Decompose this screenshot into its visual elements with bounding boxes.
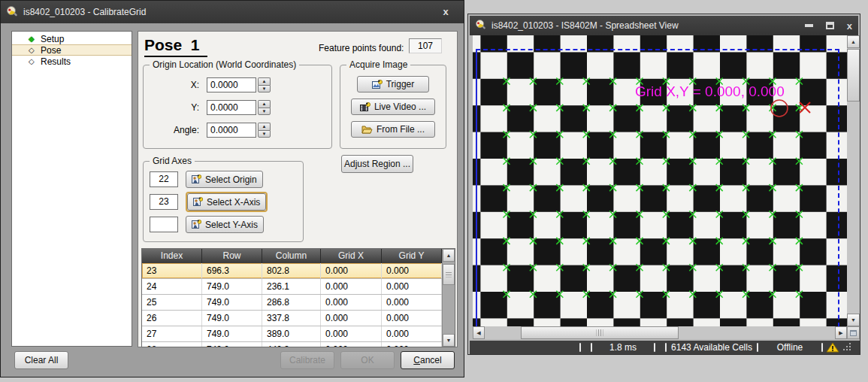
from-file-button[interactable]: From File ... — [351, 121, 435, 138]
spreadsheet-view-window: is8402_010203 - IS8402M - Spreadsheet Vi… — [467, 14, 860, 355]
minimize-icon[interactable] — [805, 24, 813, 27]
live-video-button[interactable]: Live Video ... — [351, 99, 435, 115]
scroll-up-icon[interactable]: ▲ — [847, 35, 860, 48]
table-scrollbar[interactable]: ▲ ▼ — [442, 249, 455, 347]
scrollbar-thumb[interactable] — [521, 326, 679, 339]
scroll-up-icon[interactable]: ▲ — [443, 249, 455, 262]
diamond-outline-icon: ◇ — [29, 44, 41, 56]
button-label: Adjust Region ... — [344, 159, 410, 169]
group-title: Origin Location (World Coordinates) — [150, 59, 299, 70]
x-label: X: — [144, 80, 207, 90]
scrollbar-thumb[interactable] — [847, 49, 860, 102]
spin-down-icon: ▼ — [258, 108, 271, 116]
table-cell: 0.000 — [382, 295, 442, 310]
table-row[interactable]: 24749.0236.10.0000.000 — [142, 279, 455, 295]
scrollbar-thumb[interactable] — [443, 264, 455, 285]
button-label: Clear All — [25, 355, 59, 365]
cancel-button[interactable]: Cancel — [401, 351, 455, 369]
clear-all-button[interactable]: Clear All — [14, 351, 68, 369]
table-row[interactable]: 26749.0337.80.0000.000 — [142, 311, 455, 326]
connection-status: Offline — [758, 341, 821, 354]
group-title: Grid Axes — [150, 156, 195, 166]
column-header[interactable]: Grid Y — [382, 249, 442, 263]
table-cell: 0.000 — [321, 263, 382, 278]
close-icon[interactable]: x — [437, 4, 455, 20]
insight-app-icon — [475, 19, 486, 32]
spin-up-icon: ▲ — [258, 77, 271, 85]
x-axis-index-box[interactable]: 23 — [150, 194, 178, 210]
scroll-right-icon[interactable]: ▶ — [835, 326, 847, 339]
column-header[interactable]: Index — [142, 249, 202, 263]
sidebar-item-results[interactable]: ◇ Results — [12, 56, 132, 67]
table-cell: 27 — [142, 326, 202, 341]
table-cell: 802.8 — [262, 263, 321, 278]
adjust-region-button[interactable]: Adjust Region ... — [341, 155, 413, 173]
select-y-axis-button[interactable]: Select Y-Axis — [186, 216, 264, 233]
table-cell: 0.000 — [382, 311, 442, 326]
spreadsheet-view-titlebar[interactable]: is8402_010203 - IS8402M - Spreadsheet Vi… — [470, 16, 858, 35]
resize-grip[interactable] — [842, 342, 852, 353]
checkerboard-image[interactable] — [473, 35, 847, 326]
table-cell: 0.000 — [321, 311, 382, 326]
maximize-icon[interactable] — [826, 22, 834, 29]
origin-index-box[interactable]: 22 — [150, 171, 178, 187]
calibrate-button[interactable]: Calibrate — [280, 351, 334, 369]
scroll-down-icon[interactable]: ▼ — [443, 334, 455, 347]
close-icon[interactable]: x — [847, 21, 852, 31]
sidebar-item-pose[interactable]: ◇ Pose — [12, 44, 132, 56]
calibrate-grid-titlebar[interactable]: is8402_010203 - CalibrateGrid x — [1, 1, 464, 23]
button-label: Select Origin — [205, 174, 257, 185]
button-label: Cancel — [413, 355, 441, 365]
button-label: OK — [361, 355, 374, 365]
origin-y-stepper[interactable]: ▲▼ — [258, 100, 271, 115]
table-row[interactable]: 23696.3802.80.0000.000 — [142, 263, 455, 279]
scroll-corner-button[interactable] — [847, 326, 860, 339]
origin-angle-stepper[interactable]: ▲▼ — [258, 123, 271, 138]
table-cell: 0.000 — [382, 263, 442, 278]
table-row[interactable]: 25749.0286.80.0000.000 — [142, 295, 455, 311]
column-header[interactable]: Grid X — [321, 249, 382, 263]
table-cell: 696.3 — [202, 263, 262, 278]
table-cell: 24 — [142, 279, 202, 294]
button-label: From File ... — [377, 124, 425, 135]
trigger-button[interactable]: Trigger — [357, 76, 429, 92]
camera-image-view[interactable]: Grid X,Y = 0.000, 0.000 — [473, 35, 847, 326]
status-separator — [654, 343, 655, 352]
origin-x-stepper[interactable]: ▲▼ — [258, 77, 271, 92]
table-cell: 337.8 — [262, 311, 321, 326]
origin-x-field[interactable] — [207, 77, 256, 92]
ok-button[interactable]: OK — [340, 351, 395, 369]
y-axis-index-box[interactable] — [150, 217, 178, 232]
scroll-left-icon[interactable]: ◀ — [473, 326, 485, 339]
sidebar-item-setup[interactable]: ◆ Setup — [12, 33, 132, 44]
window-title: is8402_010203 - CalibrateGrid — [23, 7, 146, 17]
vertical-scrollbar[interactable]: ▲ ▼ — [847, 35, 860, 326]
page-title: Pose 1 — [144, 36, 207, 57]
calibrate-grid-window: is8402_010203 - CalibrateGrid x ◆ Setup … — [0, 0, 464, 377]
table-header-row: Index Row Column Grid X Grid Y — [142, 249, 455, 263]
angle-label: Angle: — [144, 125, 207, 135]
button-label: Calibrate — [289, 355, 325, 365]
column-header[interactable]: Row — [202, 249, 262, 263]
table-cell: 0.000 — [321, 342, 382, 347]
select-x-axis-button[interactable]: Select X-Axis — [187, 193, 266, 211]
scroll-down-icon[interactable]: ▼ — [847, 314, 860, 326]
warning-indicator[interactable] — [823, 342, 842, 353]
diamond-filled-icon: ◆ — [29, 33, 41, 44]
horizontal-scrollbar[interactable]: ◀ ▶ — [473, 326, 847, 339]
diamond-outline-icon: ◇ — [29, 56, 41, 67]
acquire-image-group: Acquire Image Trigger Live Video ... Fro… — [340, 65, 446, 149]
column-header[interactable]: Column — [262, 249, 321, 263]
table-cell: 286.8 — [262, 295, 321, 310]
group-title: Acquire Image — [346, 59, 410, 70]
table-row[interactable]: 28749.0440.30.0000.000 — [142, 342, 455, 347]
origin-y-field[interactable] — [207, 100, 256, 115]
table-row[interactable]: 27749.0389.00.0000.000 — [142, 326, 455, 342]
table-body: 23696.3802.80.0000.00024749.0236.10.0000… — [142, 263, 455, 347]
status-separator — [579, 343, 581, 352]
select-origin-button[interactable]: Select Origin — [186, 171, 263, 188]
table-cell: 28 — [142, 342, 202, 347]
split-view-icon — [850, 330, 857, 336]
feature-points-table: Index Row Column Grid X Grid Y 23696.380… — [141, 248, 455, 347]
origin-angle-field[interactable] — [207, 123, 256, 138]
